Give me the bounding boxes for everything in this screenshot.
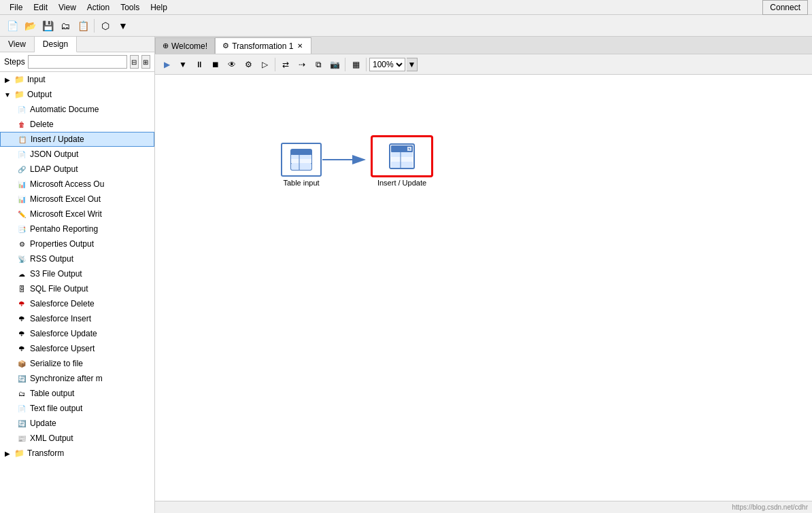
run-config-button[interactable]: ▷ xyxy=(257,57,272,72)
save-as-button[interactable]: 📋 xyxy=(75,18,91,34)
open-icon: 📂 xyxy=(24,20,36,31)
menu-edit[interactable]: Edit xyxy=(28,1,53,14)
expand-icon: ⊞ xyxy=(143,58,148,66)
tree-label-sf-update: Salesforce Update xyxy=(30,329,97,338)
table-input-svg-icon xyxy=(289,147,314,172)
insert-update-box[interactable] xyxy=(371,136,433,177)
tree-item-xml-output[interactable]: 📰 XML Output xyxy=(0,431,154,446)
tree-item-s3-output[interactable]: ☁ S3 File Output xyxy=(0,266,154,281)
tree-item-table-output[interactable]: 🗂 Table output xyxy=(0,386,154,401)
new-button[interactable]: 📄 xyxy=(4,18,20,34)
steps-expand-button[interactable]: ⊞ xyxy=(141,55,150,69)
tree-item-sync-after[interactable]: 🔄 Synchronize after m xyxy=(0,371,154,386)
insert-update-tree-icon: 📋 xyxy=(17,134,28,145)
menu-file[interactable]: File xyxy=(4,1,28,14)
canvas-area[interactable]: Table input xyxy=(155,75,812,501)
tree-item-sf-delete[interactable]: 🌩 Salesforce Delete xyxy=(0,296,154,311)
tree-item-sf-upsert[interactable]: 🌩 Salesforce Upsert xyxy=(0,341,154,356)
tab-transformation-close[interactable]: ✕ xyxy=(296,42,304,50)
folder-input-icon: 📁 xyxy=(14,74,24,85)
run-dropdown[interactable]: ▼ xyxy=(175,57,190,72)
svg-rect-4 xyxy=(291,155,311,159)
tab-transformation[interactable]: ⚙ Transformation 1 ✕ xyxy=(215,37,311,54)
steps-search-input[interactable] xyxy=(28,55,127,69)
tab-transformation-label: Transformation 1 xyxy=(232,41,293,51)
tree-item-ms-access[interactable]: 📊 Microsoft Access Ou xyxy=(0,177,154,192)
settings-button[interactable]: ⚙ xyxy=(241,57,256,72)
retrieve-button[interactable]: ⇢ xyxy=(294,57,309,72)
tab-welcome[interactable]: ⊕ Welcome! xyxy=(155,37,215,54)
tree-item-sql-file[interactable]: 🗄 SQL File Output xyxy=(0,281,154,296)
tree-item-insert-update[interactable]: 📋 Insert / Update xyxy=(0,132,154,147)
layers-button[interactable]: ⬡ xyxy=(97,18,114,34)
tree-item-output[interactable]: ▼ 📁 Output xyxy=(0,87,154,102)
svg-rect-10 xyxy=(391,152,413,157)
panel-tabs: View Design xyxy=(0,37,154,52)
expand-input-icon[interactable]: ▶ xyxy=(3,75,12,84)
zoom-dropdown[interactable]: ▼ xyxy=(407,58,418,71)
tree-label-sf-upsert: Salesforce Upsert xyxy=(30,344,95,353)
pause-button[interactable]: ⏸ xyxy=(192,57,207,72)
tree-item-ldap-output[interactable]: 🔗 LDAP Output xyxy=(0,162,154,177)
tree-item-ms-excel-wri[interactable]: ✏️ Microsoft Excel Writ xyxy=(0,207,154,222)
tab-design[interactable]: Design xyxy=(35,37,77,52)
ms-excel-out-icon: 📊 xyxy=(16,194,27,205)
tree-item-sf-insert[interactable]: 🌩 Salesforce Insert xyxy=(0,311,154,326)
tree-label-sync-after: Synchronize after m xyxy=(30,374,103,383)
copy-button[interactable]: ⧉ xyxy=(311,57,326,72)
tree-item-auto-doc[interactable]: 📄 Automatic Docume xyxy=(0,102,154,117)
menu-help[interactable]: Help xyxy=(145,1,173,14)
menu-view[interactable]: View xyxy=(53,1,82,14)
tree-label-rss-output: RSS Output xyxy=(30,254,73,264)
zoom-select[interactable]: 100% 25% 50% 75% 150% 200% xyxy=(369,58,405,71)
snapshot-button[interactable]: 📷 xyxy=(327,57,342,72)
steps-collapse-button[interactable]: ⊟ xyxy=(130,55,139,69)
connect-button[interactable]: Connect xyxy=(762,0,808,15)
tree-item-properties-out[interactable]: ⚙ Properties Output xyxy=(0,236,154,251)
menu-action[interactable]: Action xyxy=(82,1,115,14)
tree-item-update[interactable]: 🔄 Update xyxy=(0,416,154,431)
folder-output-icon: 📁 xyxy=(14,89,24,100)
tree-label-ms-excel-out: Microsoft Excel Out xyxy=(30,194,101,204)
tab-view[interactable]: View xyxy=(0,37,35,52)
chevron-down-icon: ▼ xyxy=(118,20,128,31)
table-button[interactable]: ▦ xyxy=(348,57,363,72)
tree-item-text-file-output[interactable]: 📄 Text file output xyxy=(0,401,154,416)
run-button[interactable]: ▶ xyxy=(159,57,174,72)
tree-item-pentaho[interactable]: 📑 Pentaho Reporting xyxy=(0,222,154,236)
tree-item-ms-excel-out[interactable]: 📊 Microsoft Excel Out xyxy=(0,192,154,207)
tree-item-sf-update[interactable]: 🌩 Salesforce Update xyxy=(0,326,154,341)
status-url: https://blog.csdn.net/cdhr xyxy=(732,503,808,511)
tree-item-json-output[interactable]: 📄 JSON Output xyxy=(0,147,154,162)
tree-item-serialize[interactable]: 📦 Serialize to file xyxy=(0,356,154,371)
save-all-button[interactable]: 🗂 xyxy=(57,18,73,34)
tree-item-delete[interactable]: 🗑 Delete xyxy=(0,117,154,132)
stop-button[interactable]: ⏹ xyxy=(208,57,223,72)
canvas-toolbar-sep2 xyxy=(345,58,345,71)
tree-label-output: Output xyxy=(27,90,52,99)
tree-label-sql-file: SQL File Output xyxy=(30,284,88,294)
open-button[interactable]: 📂 xyxy=(22,18,38,34)
tree-item-input[interactable]: ▶ 📁 Input xyxy=(0,72,154,87)
menu-tools[interactable]: Tools xyxy=(115,1,145,14)
tree-item-rss-output[interactable]: 📡 RSS Output xyxy=(0,251,154,266)
tree-label-sf-delete: Salesforce Delete xyxy=(30,299,95,308)
expand-transform-icon[interactable]: ▶ xyxy=(3,448,12,458)
tree-label-auto-doc: Automatic Docume xyxy=(30,105,99,114)
layers-dropdown[interactable]: ▼ xyxy=(115,18,131,34)
preview-button[interactable]: 👁 xyxy=(224,57,239,72)
table-input-box[interactable] xyxy=(281,143,322,177)
tree-label-update: Update xyxy=(30,419,56,428)
flow-node-insert-update[interactable]: Insert / Update xyxy=(371,136,433,187)
new-icon: 📄 xyxy=(7,20,18,31)
flow-node-table-input[interactable]: Table input xyxy=(281,143,322,187)
save-button[interactable]: 💾 xyxy=(39,18,56,34)
snapshot-icon: 📷 xyxy=(330,60,340,69)
update-icon: 🔄 xyxy=(16,418,27,429)
inject-button[interactable]: ⇄ xyxy=(278,57,293,72)
expand-output-icon[interactable]: ▼ xyxy=(3,90,12,99)
s3-output-icon: ☁ xyxy=(16,268,27,279)
canvas-toolbar-sep1 xyxy=(275,58,275,71)
tree-label-sf-insert: Salesforce Insert xyxy=(30,314,91,323)
tree-item-transform[interactable]: ▶ 📁 Transform xyxy=(0,446,154,461)
